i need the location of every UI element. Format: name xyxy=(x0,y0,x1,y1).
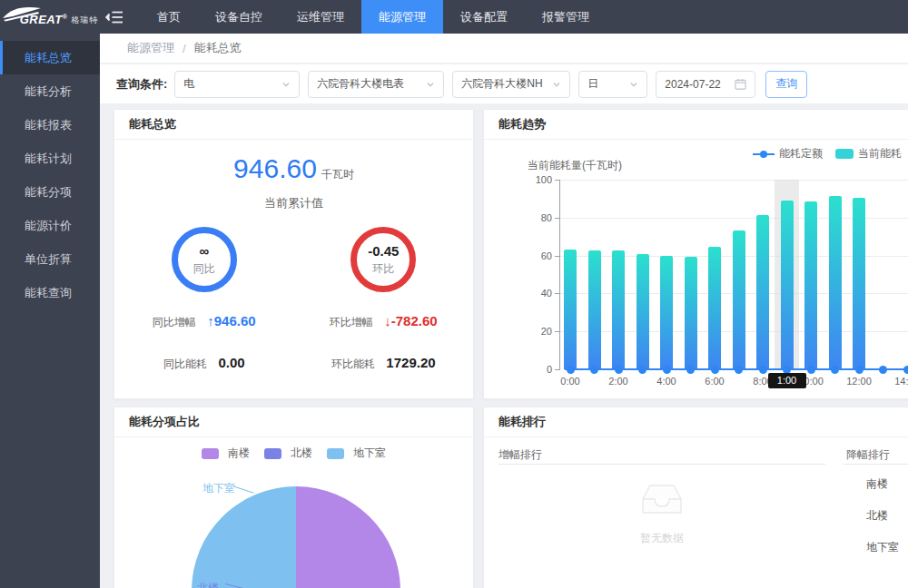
yoy-energy-label: 同比能耗 xyxy=(163,358,207,370)
sidebar-item-能耗查询[interactable]: 能耗查询 xyxy=(0,276,100,309)
x-tick-label: 0:00 xyxy=(550,376,590,387)
sidebar-item-能耗总览[interactable]: 能耗总览 xyxy=(0,41,100,74)
ranking-down-divider xyxy=(844,464,908,465)
quota-dot xyxy=(855,366,864,374)
mom-ring: -0.45 环比 xyxy=(350,227,416,292)
nav-item-能源管理[interactable]: 能源管理 xyxy=(361,0,443,34)
consumption-bar[interactable] xyxy=(685,257,697,369)
quota-dot xyxy=(759,366,767,374)
consumption-bar[interactable] xyxy=(829,196,842,369)
brand-name-cn: 格瑞特 xyxy=(71,15,98,26)
mom-ring-value: -0.45 xyxy=(368,243,399,259)
pie-label-south: 南楼 xyxy=(368,564,390,580)
pie-label-north: 北楼 xyxy=(197,581,219,588)
quota-dot xyxy=(735,366,743,374)
consumption-bar[interactable] xyxy=(564,250,577,369)
ranking-empty-state: 暂无数据 xyxy=(498,480,825,546)
query-select-3[interactable]: 日 xyxy=(578,71,647,98)
total-consumption-label: 当前累计值 xyxy=(114,195,473,211)
nav-item-运维管理[interactable]: 运维管理 xyxy=(280,0,361,34)
sidebar-item-能耗分项[interactable]: 能耗分项 xyxy=(0,175,100,209)
yoy-ring: ∞ 同比 xyxy=(172,227,237,292)
quota-dot xyxy=(615,366,623,374)
sidebar-item-能耗报表[interactable]: 能耗报表 xyxy=(0,108,100,142)
yoy-ring-label: 同比 xyxy=(193,261,215,277)
yoy-ring-value: ∞ xyxy=(199,243,209,259)
mom-growth-label: 环比增幅 xyxy=(330,316,373,328)
query-conditions-label: 查询条件: xyxy=(116,76,167,93)
y-tick-label: 40 xyxy=(525,288,552,299)
y-tick-label: 20 xyxy=(525,326,552,337)
consumption-bar[interactable] xyxy=(708,247,721,369)
total-consumption: 946.60千瓦时 xyxy=(114,153,473,184)
chevron-down-icon xyxy=(281,80,291,89)
quota-dot xyxy=(903,366,908,374)
y-axis-line xyxy=(559,180,560,370)
consumption-bar[interactable] xyxy=(853,198,865,369)
menu-fold-icon[interactable] xyxy=(105,10,123,24)
pie-legend-item-北楼[interactable]: 北楼 xyxy=(264,446,312,461)
quota-dot xyxy=(590,366,598,374)
energy-dashboard-page: GREAT® 格瑞特 首页设备自控运维管理能源管理设备配置报警管理 能耗总览能耗… xyxy=(0,0,908,588)
yoy-energy-value: 0.00 xyxy=(218,355,244,370)
consumption-bar[interactable] xyxy=(637,254,649,369)
breadcrumb-section[interactable]: 能源管理 xyxy=(127,40,174,56)
pie-label-line-basement xyxy=(232,485,253,493)
consumption-bar[interactable] xyxy=(612,250,625,369)
energy-ranking-card: 能耗排行 增幅排行 降幅排行 暂无数据 南楼北楼地下室 xyxy=(483,407,908,588)
breadcrumb-current: 能耗总览 xyxy=(194,40,242,56)
query-select-1[interactable]: 六院骨科大楼电表 xyxy=(308,71,444,98)
date-picker[interactable]: 2024-07-22 xyxy=(656,71,755,98)
legend-label: 南楼 xyxy=(228,446,250,461)
x-tick-label: 12:00 xyxy=(839,376,879,387)
quota-dot xyxy=(879,366,887,374)
query-select-2[interactable]: 六院骨科大楼NH xyxy=(452,71,570,98)
pie-legend-item-地下室[interactable]: 地下室 xyxy=(327,446,386,461)
quota-dot xyxy=(711,366,719,374)
nav-item-首页[interactable]: 首页 xyxy=(140,0,198,34)
ranking-down-item-地下室: 地下室 xyxy=(866,540,899,555)
sidebar-item-能耗计划[interactable]: 能耗计划 xyxy=(0,142,100,175)
consumption-bar[interactable] xyxy=(781,201,794,369)
y-tick-label: 80 xyxy=(525,212,552,223)
overview-card-title: 能耗总览 xyxy=(114,110,473,140)
legend-label: 地下室 xyxy=(353,446,386,461)
quota-dot xyxy=(638,366,646,374)
breadcrumb-separator: / xyxy=(183,42,186,55)
trend-chart[interactable]: 0204060801000:002:004:006:008:0010:0012:… xyxy=(484,110,908,400)
query-select-0[interactable]: 电 xyxy=(174,71,300,98)
ranking-down-title: 降幅排行 xyxy=(846,447,890,463)
nav-item-设备自控[interactable]: 设备自控 xyxy=(198,0,280,34)
y-tick-label: 100 xyxy=(525,174,552,185)
ranking-up-title: 增幅排行 xyxy=(498,447,542,463)
consumption-bar[interactable] xyxy=(804,201,817,369)
nav-item-设备配置[interactable]: 设备配置 xyxy=(443,0,525,34)
total-consumption-value: 946.60 xyxy=(233,153,317,183)
query-select-value: 六院骨科大楼NH xyxy=(461,76,542,92)
pie-legend-item-南楼[interactable]: 南楼 xyxy=(202,446,250,461)
ranking-card-title: 能耗排行 xyxy=(484,407,908,437)
legend-swatch-icon xyxy=(264,448,281,459)
search-button[interactable]: 查询 xyxy=(765,71,807,98)
axis-pointer-label: 1:00 xyxy=(768,373,806,388)
sidebar-item-能源计价[interactable]: 能源计价 xyxy=(0,209,100,242)
ranking-down-item-南楼: 南楼 xyxy=(866,476,888,492)
consumption-bar[interactable] xyxy=(733,230,745,369)
total-consumption-unit: 千瓦时 xyxy=(321,168,354,181)
query-select-value: 日 xyxy=(587,76,598,92)
chevron-down-icon xyxy=(552,80,561,89)
nav-item-报警管理[interactable]: 报警管理 xyxy=(525,0,607,34)
consumption-bar[interactable] xyxy=(588,250,601,369)
gridline xyxy=(559,180,908,181)
y-tick-label: 60 xyxy=(525,250,552,261)
x-tick-label: 14:00 xyxy=(887,376,908,387)
consumption-bar[interactable] xyxy=(756,215,769,369)
main-menu: 首页设备自控运维管理能源管理设备配置报警管理 xyxy=(140,0,607,34)
legend-swatch-icon xyxy=(327,448,344,459)
quota-dot xyxy=(686,366,695,374)
sidebar-item-能耗分析[interactable]: 能耗分析 xyxy=(0,74,100,108)
energy-trend-card: 能耗趋势 能耗定额 当前能耗 当前能耗量(千瓦时) 0204060801000:… xyxy=(483,109,908,399)
sidebar-item-单位折算[interactable]: 单位折算 xyxy=(0,242,100,276)
brand-name: GREAT® xyxy=(20,13,68,26)
consumption-bar[interactable] xyxy=(660,256,673,369)
